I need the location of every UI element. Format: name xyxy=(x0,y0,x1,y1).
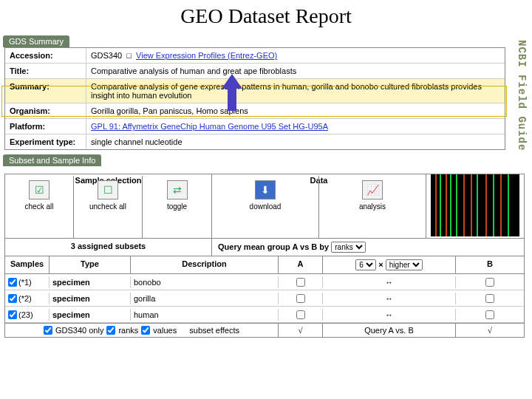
subset-panel: Sample selection Data ☑ check all xyxy=(4,174,525,338)
a-checkbox[interactable] xyxy=(296,310,305,319)
uncheck-all-icon[interactable]: ☐ xyxy=(98,180,118,200)
row-type: specimen xyxy=(50,309,131,321)
sqrt-a-icon[interactable]: √ xyxy=(298,326,302,335)
accession-label: Accession: xyxy=(5,48,86,63)
download-icon[interactable]: ⬇ xyxy=(255,180,276,200)
table-row: (*1) specimen bonobo ↔ xyxy=(5,274,524,290)
tab-gds-summary[interactable]: GDS Summary xyxy=(3,35,69,47)
ranks-label: ranks xyxy=(118,326,138,335)
platform-label: Platform: xyxy=(5,119,86,134)
platform-link[interactable]: GPL 91: Affymetrix GeneChip Human Genome… xyxy=(91,122,328,131)
summary-label: Summary: xyxy=(5,79,86,103)
subset-effects-label: subset effects xyxy=(189,326,239,335)
a-checkbox[interactable] xyxy=(296,278,305,287)
arrow-cell: ↔ xyxy=(323,276,456,288)
a-checkbox[interactable] xyxy=(296,294,305,303)
title-label: Title: xyxy=(5,64,86,78)
accession-value: GDS340 xyxy=(91,51,122,60)
page-title: GEO Dataset Report xyxy=(0,0,532,35)
toggle-label: toggle xyxy=(143,202,211,211)
uncheck-all-label: uncheck all xyxy=(74,202,142,211)
summary-value: Comparative analysis of gene expression … xyxy=(86,79,505,103)
type-header: Type xyxy=(50,256,131,273)
analysis-label: analysis xyxy=(319,202,426,211)
toggle-icon[interactable]: ⇄ xyxy=(167,180,188,200)
times-label: × xyxy=(378,260,383,269)
higher-select[interactable]: higher xyxy=(386,259,423,270)
values-checkbox[interactable] xyxy=(141,326,150,335)
arrow-cell: ↔ xyxy=(323,309,456,321)
a-header: A xyxy=(279,256,323,273)
row-desc: human xyxy=(131,309,279,321)
row-n: (*2) xyxy=(18,294,32,303)
arrow-cell: ↔ xyxy=(323,293,456,304)
ranks-checkbox[interactable] xyxy=(106,326,115,335)
row-n: (*1) xyxy=(18,278,32,287)
row-desc: bonobo xyxy=(131,276,279,288)
row-checkbox[interactable] xyxy=(8,310,17,319)
query-mean-label: Query mean group A vs B by xyxy=(218,242,329,251)
heatmap-image[interactable] xyxy=(431,174,519,236)
ranks-select[interactable]: ranks xyxy=(331,242,366,253)
samples-header: Samples xyxy=(5,256,50,273)
row-n: (23) xyxy=(18,310,33,319)
sqrt-b-icon[interactable]: √ xyxy=(488,326,492,335)
tab-subset-sample[interactable]: Subset and Sample Info xyxy=(3,154,101,166)
table-row: (23) specimen human ↔ xyxy=(5,307,524,323)
table-row: (*2) specimen gorilla ↔ xyxy=(5,290,524,307)
analysis-icon[interactable]: 📈 xyxy=(362,180,383,200)
values-label: values xyxy=(153,326,177,335)
download-label: download xyxy=(212,202,318,211)
b-checkbox[interactable] xyxy=(485,278,494,287)
gds-only-checkbox[interactable] xyxy=(44,326,52,335)
b-checkbox[interactable] xyxy=(485,310,494,319)
heatmap-container xyxy=(426,174,524,238)
row-checkbox[interactable] xyxy=(8,278,17,287)
row-type: specimen xyxy=(50,293,131,304)
side-label: NCBI Field Guide xyxy=(516,40,528,151)
gds-only-label: GDS340 only xyxy=(55,326,103,335)
assigned-subsets-header: 3 assigned subsets xyxy=(5,239,212,256)
check-all-icon[interactable]: ☑ xyxy=(29,180,50,200)
row-desc: gorilla xyxy=(131,293,279,304)
num-select[interactable]: 6 xyxy=(355,259,376,270)
row-type: specimen xyxy=(50,276,131,288)
query-ab-button[interactable]: Query A vs. B xyxy=(323,324,456,337)
b-checkbox[interactable] xyxy=(485,294,494,303)
organism-value: Gorilla gorilla, Pan paniscus, Homo sapi… xyxy=(86,103,505,118)
check-all-label: check all xyxy=(5,202,73,211)
organism-label: Organism: xyxy=(5,103,86,118)
exptype-label: Experiment type: xyxy=(5,134,86,149)
row-checkbox[interactable] xyxy=(8,294,17,303)
title-value: Comparative analysis of human and great … xyxy=(86,64,505,78)
summary-panel: Accession: GDS340 □ View Expression Prof… xyxy=(4,47,505,150)
exptype-value: single channel nucleotide xyxy=(86,134,505,149)
b-header: B xyxy=(456,256,524,273)
view-profiles-link[interactable]: View Expression Profiles (Entrez-GEO) xyxy=(136,51,277,60)
description-header: Description xyxy=(131,256,279,273)
